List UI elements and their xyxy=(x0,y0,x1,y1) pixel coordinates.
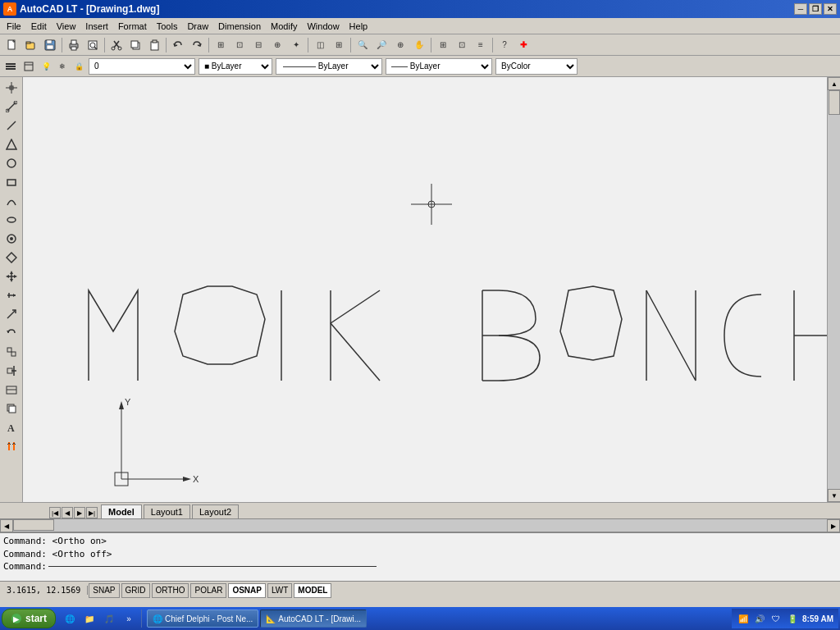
menu-file[interactable]: File xyxy=(2,20,26,33)
tb-cad-4[interactable]: ⊕ xyxy=(268,36,286,54)
ql-extra[interactable]: » xyxy=(120,609,138,628)
polar-toggle[interactable]: POLAR xyxy=(190,583,226,598)
tb-preview[interactable] xyxy=(84,36,102,54)
tb-zoom-ext[interactable]: ⊕ xyxy=(391,36,409,54)
tool-circle[interactable] xyxy=(2,154,21,172)
minimize-button[interactable]: ─ xyxy=(794,3,807,15)
tb-cad-9[interactable]: ⊡ xyxy=(453,36,471,54)
menu-help[interactable]: Help xyxy=(345,20,373,33)
plotstyle-dropdown[interactable]: ByColor xyxy=(495,58,578,75)
tool-rotate[interactable] xyxy=(2,324,21,342)
tool-pickbox[interactable] xyxy=(2,79,21,97)
command-input[interactable] xyxy=(48,566,377,567)
tb-cad-2[interactable]: ⊡ xyxy=(231,36,249,54)
menu-format[interactable]: Format xyxy=(113,20,152,33)
taskbar-item-autocad[interactable]: 📐 AutoCAD LT - [Drawi... xyxy=(260,609,367,628)
tb-layer-manager[interactable] xyxy=(21,57,36,75)
tb-layer-on[interactable]: 💡 xyxy=(39,57,52,75)
tool-external-ref[interactable] xyxy=(2,399,21,418)
color-dropdown[interactable]: ■ ByLayer xyxy=(199,58,272,75)
menu-modify[interactable]: Modify xyxy=(266,20,302,33)
lwt-toggle[interactable]: LWT xyxy=(267,583,292,598)
scroll-thumb[interactable] xyxy=(829,90,840,115)
tb-add[interactable]: ✚ xyxy=(514,36,532,54)
tool-insert-block[interactable] xyxy=(2,362,21,380)
tb-help[interactable]: ? xyxy=(495,36,514,54)
scroll-track[interactable] xyxy=(828,90,840,489)
ortho-toggle[interactable]: ORTHO xyxy=(152,583,189,598)
drawing-canvas[interactable]: Y X xyxy=(23,77,827,502)
tool-text[interactable]: A xyxy=(2,418,21,436)
tb-zoom-window[interactable]: 🔍 xyxy=(354,36,372,54)
close-button[interactable]: ✕ xyxy=(824,3,837,15)
tb-pan[interactable]: ✋ xyxy=(410,36,428,54)
osnap-toggle[interactable]: OSNAP xyxy=(228,583,266,598)
tb-print[interactable] xyxy=(65,36,83,54)
command-input-row[interactable]: Command: xyxy=(3,561,837,572)
tab-model[interactable]: Model xyxy=(101,504,142,518)
tb-layer-freeze[interactable]: ❄ xyxy=(56,57,69,75)
tb-redo[interactable] xyxy=(188,36,206,54)
tab-layout2[interactable]: Layout2 xyxy=(192,504,239,518)
tool-ellipse[interactable] xyxy=(2,211,21,229)
hscroll-track[interactable] xyxy=(13,519,827,532)
tool-move[interactable] xyxy=(2,267,21,285)
tb-layer-state[interactable] xyxy=(3,57,18,75)
menu-edit[interactable]: Edit xyxy=(26,20,52,33)
restore-button[interactable]: ❒ xyxy=(809,3,822,15)
tab-layout1[interactable]: Layout1 xyxy=(144,504,190,518)
tb-save[interactable] xyxy=(41,36,59,54)
menu-tools[interactable]: Tools xyxy=(152,20,183,33)
ql-folder[interactable]: 📁 xyxy=(80,609,98,628)
layer-dropdown[interactable]: 0 xyxy=(89,58,195,75)
scroll-up-button[interactable]: ▲ xyxy=(828,77,840,90)
tab-prev-button[interactable]: ◀ xyxy=(62,507,73,518)
tb-cad-10[interactable]: ≡ xyxy=(472,36,490,54)
vertical-scrollbar[interactable]: ▲ ▼ xyxy=(827,77,840,502)
snap-toggle[interactable]: SNAP xyxy=(89,583,119,598)
tb-paste[interactable] xyxy=(145,36,163,54)
ql-browser[interactable]: 🌐 xyxy=(61,609,79,628)
tool-block[interactable] xyxy=(2,343,21,361)
taskbar-item-browser[interactable]: 🌐 Chief Delphi - Post Ne... xyxy=(147,609,258,628)
menu-window[interactable]: Window xyxy=(302,20,344,33)
scroll-left-button[interactable]: ◀ xyxy=(0,519,13,532)
lineweight-dropdown[interactable]: —— ByLayer xyxy=(386,58,492,75)
tab-first-button[interactable]: |◀ xyxy=(49,507,61,518)
hscroll-thumb[interactable] xyxy=(13,519,54,531)
tb-undo[interactable] xyxy=(169,36,187,54)
tb-open[interactable] xyxy=(22,36,40,54)
tb-cad-1[interactable]: ⊞ xyxy=(212,36,230,54)
tool-arc[interactable] xyxy=(2,192,21,210)
menu-draw[interactable]: Draw xyxy=(182,20,213,33)
tool-polyline[interactable] xyxy=(2,230,21,248)
tool-snap[interactable] xyxy=(2,98,21,116)
menu-view[interactable]: View xyxy=(52,20,81,33)
tab-last-button[interactable]: ▶| xyxy=(86,507,98,518)
tb-copy[interactable] xyxy=(126,36,144,54)
grid-toggle[interactable]: GRID xyxy=(121,583,150,598)
tool-properties[interactable] xyxy=(2,437,21,455)
tool-rectangle[interactable] xyxy=(2,173,21,191)
tb-zoom-prev[interactable]: 🔎 xyxy=(372,36,390,54)
tool-attribute[interactable] xyxy=(2,381,21,399)
tab-next-button[interactable]: ▶ xyxy=(74,507,85,518)
tool-hatch[interactable] xyxy=(2,249,21,267)
tool-scale[interactable] xyxy=(2,305,21,323)
tb-cut[interactable] xyxy=(107,36,126,54)
menu-insert[interactable]: Insert xyxy=(80,20,113,33)
start-button[interactable]: ▶ start xyxy=(2,609,56,628)
tb-cad-3[interactable]: ⊟ xyxy=(249,36,267,54)
tool-ray[interactable] xyxy=(2,135,21,153)
tb-cad-7[interactable]: ⊞ xyxy=(330,36,348,54)
linetype-dropdown[interactable]: ———— ByLayer xyxy=(276,58,382,75)
tb-cad-6[interactable]: ◫ xyxy=(311,36,329,54)
model-toggle[interactable]: MODEL xyxy=(294,583,331,598)
tb-layer-lock[interactable]: 🔒 xyxy=(72,57,85,75)
scroll-right-button[interactable]: ▶ xyxy=(827,519,840,532)
menu-dimension[interactable]: Dimension xyxy=(213,20,266,33)
tool-line[interactable] xyxy=(2,116,21,135)
tool-stretch[interactable] xyxy=(2,286,21,304)
tb-new[interactable] xyxy=(3,36,21,54)
tb-cad-5[interactable]: ✦ xyxy=(287,36,305,54)
